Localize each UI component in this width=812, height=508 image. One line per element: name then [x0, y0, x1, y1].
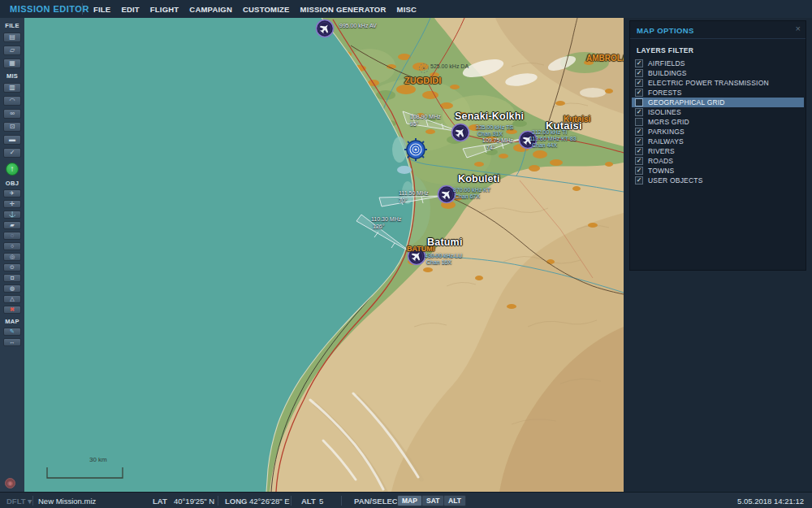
layer-row-forests[interactable]: ✓FORESTS: [632, 88, 804, 98]
checkbox-icon[interactable]: [635, 118, 643, 126]
layer-row-roads[interactable]: ✓ROADS: [632, 156, 804, 166]
menu-customize[interactable]: CUSTOMIZE: [243, 5, 290, 14]
open-mission-button[interactable]: ▱: [3, 46, 21, 55]
map-canvas[interactable]: [24, 18, 624, 492]
map-options-panel: MAP OPTIONS × LAYERS FILTER ✓AIRFIELDS ✓…: [629, 20, 806, 271]
menu-edit[interactable]: EDIT: [121, 5, 139, 14]
weather-button[interactable]: ◠: [3, 96, 21, 106]
checkbox-icon[interactable]: ✓: [635, 89, 643, 97]
failures-button[interactable]: ∞: [3, 109, 21, 119]
beacon-label: 113.60 MHz KT 83: [529, 136, 577, 141]
add-template-button[interactable]: ◎: [3, 253, 21, 261]
beacon-label: 995.00 kHz AV: [339, 23, 377, 28]
beacon-label: 870.00 kHz KT: [453, 187, 490, 193]
main-menu: FILE EDIT FLIGHT CAMPAIGN CUSTOMIZE MISS…: [93, 5, 417, 14]
layers-filter-heading: LAYERS FILTER: [637, 46, 693, 54]
checkbox-icon[interactable]: [635, 98, 643, 106]
layers-list: ✓AIRFIELDS ✓BUILDINGS ✓ELECTRIC POWER TR…: [632, 59, 804, 185]
ils-label: 70°: [399, 198, 408, 203]
layer-label: RIVERS: [648, 147, 675, 155]
layer-label: RAILWAYS: [648, 137, 684, 145]
alt-label: ALT: [301, 497, 316, 506]
menu-mission-generator[interactable]: MISSION GENERATOR: [300, 5, 387, 14]
layer-row-mgrs-grid[interactable]: MGRS GRID: [632, 117, 804, 127]
add-ship-button[interactable]: ⚓: [3, 211, 21, 219]
checkbox-icon[interactable]: ✓: [635, 157, 643, 165]
layer-label: ISOLINES: [648, 108, 681, 116]
view-sat-button[interactable]: SAT: [421, 495, 444, 506]
layer-row-parkings[interactable]: ✓PARKINGS: [632, 127, 804, 137]
layer-row-isolines[interactable]: ✓ISOLINES: [632, 107, 804, 117]
bullseye-icon[interactable]: [404, 138, 427, 161]
validate-button[interactable]: ✓: [3, 148, 21, 158]
map-viewport[interactable]: 995.00 kHz AV 525.00 kHz DA ZUGDIDI AMBR…: [24, 18, 624, 492]
beacon-label: 335.00 kHz TS: [476, 124, 513, 130]
layer-row-buildings[interactable]: ✓BUILDINGS: [632, 68, 804, 78]
tool-rail: FILE ▤ ▱ ▦ MIS ▥ ◠ ∞ ⊡ ▬ ✓ ↑ OBJ ✈ ✢ ⚓ ▰…: [0, 18, 24, 492]
add-waypoint-button[interactable]: ○: [3, 242, 21, 250]
layer-label: TOWNS: [648, 167, 674, 175]
layer-row-electric-power[interactable]: ✓ELECTRIC POWER TRANSMISSION: [632, 78, 804, 88]
layer-row-geographical-grid[interactable]: GEOGRAPHICAL GRID: [632, 98, 804, 107]
delete-object-button[interactable]: ✖: [3, 306, 21, 314]
theme-value: DFLT: [6, 497, 26, 506]
checkbox-icon[interactable]: ✓: [635, 167, 643, 175]
beacon-label: Chan 67X: [455, 193, 480, 199]
ils-label: 74°: [486, 145, 495, 150]
mission-info-button[interactable]: ▥: [3, 83, 21, 93]
close-icon[interactable]: ×: [796, 24, 801, 33]
lat-label: LAT: [153, 497, 167, 506]
mode-indicator: PAN/SELECT: [354, 497, 402, 506]
layer-label: MGRS GRID: [648, 118, 689, 126]
app-title: MISSION EDITOR: [10, 4, 89, 14]
menu-flight[interactable]: FLIGHT: [150, 5, 179, 14]
checkbox-icon[interactable]: ✓: [635, 176, 643, 185]
fly-mission-button[interactable]: ↑: [6, 163, 19, 176]
menu-misc[interactable]: MISC: [397, 5, 417, 14]
theme-dropdown[interactable]: DFLT ▾: [6, 497, 32, 506]
checkbox-icon[interactable]: ✓: [635, 137, 643, 145]
layer-label: ELECTRIC POWER TRANSMISSION: [648, 79, 769, 87]
add-static-button[interactable]: ◘: [3, 274, 21, 282]
status-indicator-icon[interactable]: ◉: [5, 478, 15, 488]
mission-editor-window: MISSION EDITOR FILE EDIT FLIGHT CAMPAIGN…: [0, 0, 812, 508]
checkbox-icon[interactable]: ✓: [635, 147, 643, 155]
airfield-icon-north[interactable]: [317, 20, 334, 37]
view-map-button[interactable]: MAP: [397, 495, 422, 506]
layer-row-user-objects[interactable]: ✓USER OBJECTS: [632, 176, 804, 185]
add-aircraft-button[interactable]: ✈: [3, 189, 21, 198]
goals-button[interactable]: ▬: [3, 135, 21, 145]
ils-label: 111.50 MHz: [399, 190, 429, 196]
datetime: 5.05.2018 14:21:12: [737, 497, 804, 506]
beacon-label: 430.00 kHz LU: [425, 253, 462, 258]
checkbox-icon[interactable]: ✓: [635, 59, 643, 67]
checkbox-icon[interactable]: ✓: [635, 79, 643, 87]
menu-file[interactable]: FILE: [93, 5, 110, 14]
layer-row-railways[interactable]: ✓RAILWAYS: [632, 137, 804, 146]
layer-label: ROADS: [648, 157, 673, 165]
checkbox-icon[interactable]: ✓: [635, 128, 643, 136]
airfield-icon-senaki[interactable]: [452, 124, 469, 141]
divider: [218, 496, 218, 506]
town-label-zugdidi: ZUGDIDI: [404, 76, 441, 85]
checkbox-icon[interactable]: ✓: [635, 69, 643, 77]
save-mission-button[interactable]: ▦: [3, 59, 21, 68]
layer-row-towns[interactable]: ✓TOWNS: [632, 166, 804, 176]
checkbox-icon[interactable]: ✓: [635, 108, 643, 116]
add-farp-button[interactable]: ◍: [3, 284, 21, 293]
panel-title: MAP OPTIONS: [637, 26, 694, 35]
ils-label: 108.90 MHz: [410, 114, 441, 119]
add-group-button[interactable]: ◌: [3, 232, 21, 240]
measure-tool-button[interactable]: ✎: [3, 328, 21, 336]
menu-campaign[interactable]: CAMPAIGN: [189, 5, 232, 14]
triggers-button[interactable]: ⊡: [3, 122, 21, 132]
layer-row-airfields[interactable]: ✓AIRFIELDS: [632, 59, 804, 68]
add-vehicle-button[interactable]: ▰: [3, 221, 21, 229]
new-mission-button[interactable]: ▤: [3, 33, 21, 42]
add-trigger-zone-button[interactable]: ⊙: [3, 263, 21, 271]
layer-row-rivers[interactable]: ✓RIVERS: [632, 146, 804, 156]
add-shape-button[interactable]: △: [3, 295, 21, 303]
add-helicopter-button[interactable]: ✢: [3, 200, 21, 208]
view-alt-button[interactable]: ALT: [443, 495, 466, 506]
ruler-tool-button[interactable]: ↔: [3, 338, 21, 346]
